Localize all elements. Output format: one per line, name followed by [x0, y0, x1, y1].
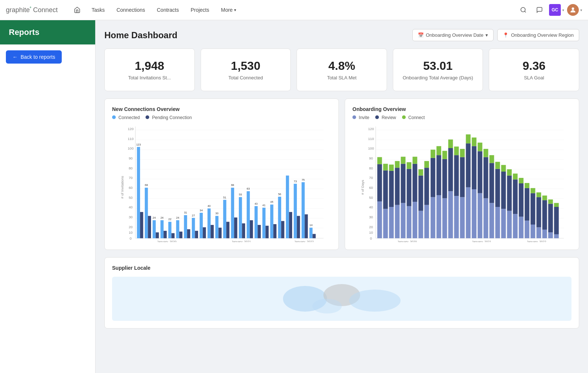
nav-more[interactable]: More ▾	[216, 4, 241, 16]
svg-rect-155	[424, 161, 429, 168]
sidebar-reports-header: Reports	[0, 20, 95, 44]
svg-text:90: 90	[369, 156, 373, 160]
svg-rect-148	[413, 164, 417, 202]
svg-text:80: 80	[369, 166, 373, 170]
svg-rect-49	[187, 229, 190, 238]
svg-rect-189	[490, 163, 494, 203]
svg-rect-83	[270, 205, 273, 238]
workspace-switcher[interactable]: GC ▾	[549, 4, 564, 16]
svg-rect-177	[466, 135, 471, 144]
svg-text:30: 30	[215, 212, 218, 215]
svg-text:January, 2021: January, 2021	[472, 240, 492, 242]
pending-dot	[146, 115, 149, 119]
nav-tasks[interactable]: Tasks	[86, 4, 110, 16]
connected-dot	[112, 115, 116, 119]
svg-rect-46	[179, 232, 183, 238]
onboarding-legend: Invite Review Connect	[352, 115, 571, 120]
kpi-label: Onboarding Total Average (Days)	[401, 75, 476, 80]
svg-text:68: 68	[145, 183, 148, 187]
svg-rect-187	[484, 149, 488, 157]
svg-text:20: 20	[129, 225, 133, 229]
svg-rect-173	[460, 157, 465, 197]
svg-rect-160	[437, 195, 441, 238]
svg-text:100: 100	[368, 146, 374, 150]
date-filter-button[interactable]: 📅 Onboarding Overview Date ▾	[412, 29, 494, 41]
svg-rect-134	[389, 207, 394, 238]
svg-rect-192	[495, 169, 500, 207]
user-menu[interactable]: ▾	[567, 4, 582, 16]
svg-rect-39	[161, 220, 164, 238]
svg-rect-199	[507, 169, 512, 176]
svg-rect-40	[164, 231, 167, 238]
svg-rect-154	[424, 168, 429, 205]
svg-rect-174	[460, 149, 465, 157]
svg-text:90: 90	[129, 156, 133, 160]
kpi-value: 1,948	[112, 59, 187, 73]
svg-rect-138	[395, 205, 400, 238]
svg-rect-75	[250, 220, 253, 238]
svg-rect-198	[507, 176, 512, 211]
svg-text:40: 40	[369, 205, 373, 209]
svg-rect-194	[501, 209, 506, 238]
svg-text:40: 40	[208, 204, 211, 208]
supplier-locale-title: Supplier Locale	[112, 265, 571, 271]
svg-rect-80	[262, 208, 266, 238]
svg-rect-30	[137, 147, 140, 238]
svg-rect-45	[176, 220, 179, 238]
svg-rect-186	[484, 157, 488, 198]
svg-rect-176	[466, 143, 471, 187]
svg-rect-141	[401, 203, 406, 238]
svg-rect-58	[208, 208, 211, 238]
svg-rect-163	[442, 198, 447, 238]
svg-text:30: 30	[369, 215, 373, 219]
search-button[interactable]	[517, 3, 530, 17]
svg-text:110: 110	[368, 137, 374, 141]
svg-rect-219	[548, 204, 553, 232]
svg-rect-70	[239, 197, 242, 238]
svg-rect-143	[401, 157, 406, 164]
svg-rect-175	[466, 187, 471, 238]
svg-rect-94	[302, 182, 305, 238]
page-title: Home Dashboard	[104, 30, 178, 40]
svg-text:22: 22	[168, 218, 171, 221]
svg-rect-91	[294, 184, 297, 238]
supplier-locale-section: Supplier Locale	[104, 257, 579, 329]
messages-button[interactable]	[533, 3, 546, 17]
kpi-value: 53.01	[401, 59, 476, 73]
new-connections-svg: 120 110 100 90 80 70 60 50 40 30 20 10 0	[112, 125, 331, 242]
svg-rect-51	[192, 218, 195, 238]
svg-text:55: 55	[239, 193, 242, 196]
svg-text:January, 2020: January, 2020	[157, 240, 177, 242]
svg-rect-33	[145, 188, 148, 238]
svg-rect-84	[273, 224, 277, 238]
svg-text:56: 56	[278, 193, 281, 196]
svg-rect-220	[548, 200, 553, 204]
svg-text:January, 2022: January, 2022	[527, 240, 546, 242]
back-to-reports-button[interactable]: ← Back to reports	[6, 50, 62, 64]
svg-text:73: 73	[294, 180, 297, 183]
nav-home-icon[interactable]	[69, 4, 85, 16]
svg-rect-67	[231, 188, 234, 238]
svg-rect-172	[460, 197, 465, 238]
svg-rect-157	[431, 197, 435, 238]
svg-rect-215	[542, 230, 547, 238]
svg-rect-221	[554, 234, 559, 238]
invite-dot	[352, 115, 356, 119]
region-filter-button[interactable]: 📍 Onboarding Overview Region	[497, 29, 579, 41]
svg-text:70: 70	[369, 176, 373, 180]
svg-rect-202	[513, 173, 518, 179]
svg-rect-165	[442, 151, 447, 159]
nav-connections[interactable]: Connections	[111, 4, 150, 16]
charts-row: New Connections Overview Connected Pendi…	[104, 98, 579, 250]
svg-rect-31	[140, 212, 143, 238]
svg-text:January, 2021: January, 2021	[232, 240, 251, 242]
nav-projects[interactable]: Projects	[186, 4, 215, 16]
nav-contracts[interactable]: Contracts	[152, 4, 184, 16]
svg-rect-171	[454, 147, 459, 155]
svg-rect-182	[478, 193, 483, 238]
svg-rect-183	[478, 151, 483, 193]
connected-legend: Connected	[112, 115, 140, 120]
svg-rect-65	[226, 222, 230, 238]
svg-rect-190	[490, 155, 494, 163]
svg-rect-206	[525, 220, 530, 238]
